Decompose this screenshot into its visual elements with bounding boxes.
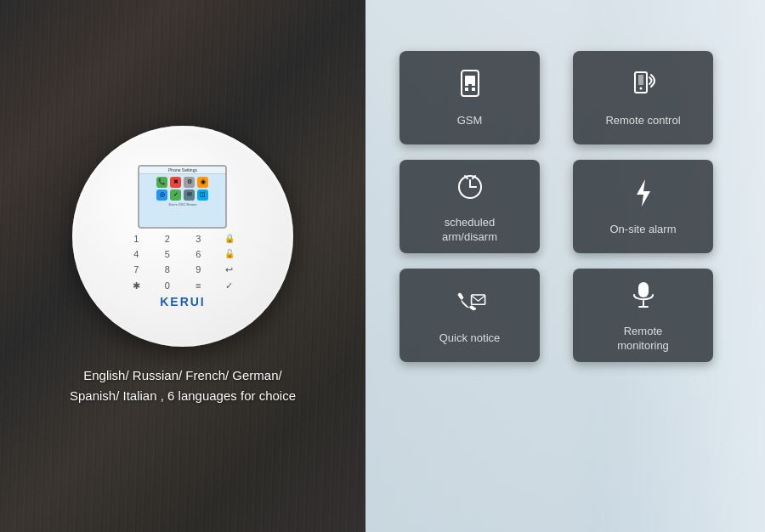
key-4: 4 [123,249,150,259]
brand-name: KERUI [160,295,206,308]
svg-marker-14 [637,179,650,207]
sim-card-icon [453,67,487,105]
feature-card-gsm: GSM [400,51,540,144]
screen-icon-settings: ⚙ [184,177,195,188]
screen-icon-phone: 📞 [156,177,167,188]
features-grid: GSM Remote control [366,0,765,413]
screen-icon-check: ✓ [170,190,181,201]
feature-card-monitoring: Remote monitoring [573,269,713,362]
feature-card-notice: Quick notice [400,269,540,362]
screen-icons-row1: 📞 ✖ ⚙ ◉ [139,174,225,190]
clock-icon [453,169,487,207]
right-panel: GSM Remote control [366,0,765,532]
svg-point-8 [639,88,642,90]
on-site-alarm-label: On-site alarm [609,223,676,237]
svg-rect-7 [638,75,643,85]
feature-card-alarm: On-site alarm [573,160,713,253]
remote-control-label: Remote control [605,114,680,128]
svg-rect-3 [472,88,475,91]
key-6: 6 [185,249,212,259]
key-3: 3 [185,234,212,244]
key-lock: 🔒 [216,234,242,244]
key-0: 0 [154,280,180,291]
lightning-icon [626,176,660,214]
screen-icon-orange: ◉ [197,177,208,188]
phone-email-icon [453,285,487,323]
screen-icon-mail: ✉ [184,190,195,201]
microphone-icon [626,278,660,316]
svg-rect-4 [465,82,468,86]
screen-footer: Enter: ESC:Return [139,201,225,208]
language-text: English/ Russian/ French/ German/ Spanis… [70,365,296,406]
screen-icon-blue: ◎ [156,190,167,201]
key-7: 7 [123,264,150,275]
device-circle: Phone Settings 📞 ✖ ⚙ ◉ ◎ ✓ ✉ ◫ Enter: ES… [72,126,293,347]
screen-icon-close: ✖ [170,177,181,188]
screen-icon-cyan: ◫ [197,190,208,201]
svg-rect-16 [638,282,649,297]
svg-rect-2 [465,88,468,91]
device-screen: Phone Settings 📞 ✖ ⚙ ◉ ◎ ✓ ✉ ◫ Enter: ES… [138,165,227,229]
quick-notice-label: Quick notice [439,331,501,346]
key-menu: ≡ [185,280,212,291]
gsm-label: GSM [457,114,483,128]
screen-header: Phone Settings [139,167,225,174]
key-star: ✱ [123,280,150,291]
svg-rect-15 [471,295,484,304]
key-8: 8 [154,264,180,275]
key-5: 5 [154,249,180,259]
scheduled-label: scheduled arm/disarm [442,216,497,245]
device-container: Phone Settings 📞 ✖ ⚙ ◉ ◎ ✓ ✉ ◫ Enter: ES… [70,126,296,406]
mobile-signal-icon [626,67,660,105]
feature-card-scheduled: scheduled arm/disarm [400,160,540,253]
left-panel: Phone Settings 📞 ✖ ⚙ ◉ ◎ ✓ ✉ ◫ Enter: ES… [0,0,366,532]
key-2: 2 [154,234,180,244]
svg-rect-5 [472,82,475,86]
key-9: 9 [185,264,212,275]
keypad: 1 2 3 🔒 4 5 6 🔓 7 8 9 ↩ ✱ 0 ≡ ✓ [123,234,242,291]
key-unlock: 🔓 [216,249,242,259]
key-1: 1 [123,234,150,244]
remote-monitoring-label: Remote monitoring [617,325,669,354]
key-back: ↩ [216,264,242,275]
screen-icons-row2: ◎ ✓ ✉ ◫ [139,190,225,201]
key-check: ✓ [216,280,242,291]
feature-card-remote: Remote control [573,51,713,144]
